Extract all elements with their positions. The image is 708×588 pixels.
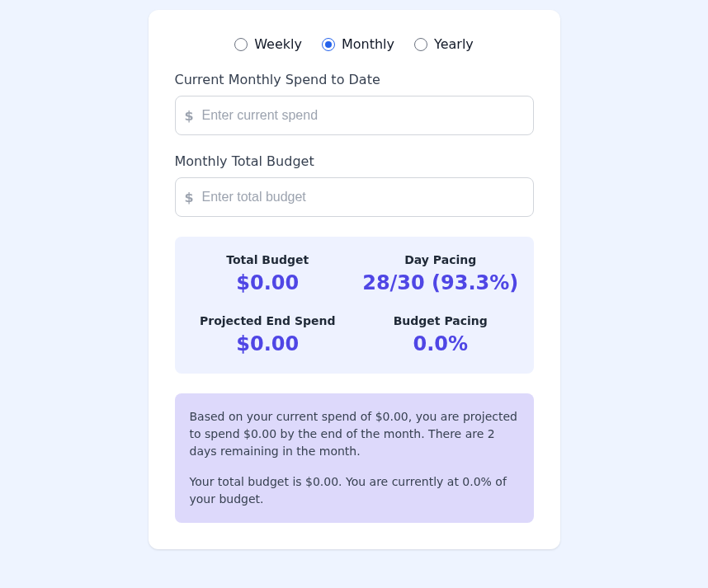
radio-weekly-label: Weekly [254,36,302,52]
period-radio-group: Weekly Monthly Yearly [175,36,534,52]
stat-label: Day Pacing [361,253,521,266]
radio-icon [414,38,427,51]
stats-panel: Total Budget $0.00 Day Pacing 28/30 (93.… [175,237,534,374]
radio-icon [322,38,335,51]
summary-panel: Based on your current spend of $0.00, yo… [175,393,534,523]
total-budget-field-group: Monthly Total Budget $ [175,153,534,217]
radio-weekly[interactable]: Weekly [234,36,302,52]
summary-line-2: Your total budget is $0.00. You are curr… [190,473,519,508]
total-budget-input[interactable] [175,177,534,217]
stat-day-pacing: Day Pacing 28/30 (93.3%) [361,253,521,294]
stat-label: Total Budget [188,253,348,266]
radio-yearly[interactable]: Yearly [414,36,474,52]
stat-value: $0.00 [188,332,348,355]
current-spend-label: Current Monthly Spend to Date [175,72,534,87]
radio-icon [234,38,248,51]
stat-value: $0.00 [188,271,348,294]
stat-budget-pacing: Budget Pacing 0.0% [361,314,521,355]
radio-yearly-label: Yearly [434,36,474,52]
stat-value: 0.0% [361,332,521,355]
radio-monthly-label: Monthly [342,36,394,52]
total-budget-label: Monthly Total Budget [175,153,534,169]
input-wrapper: $ [175,177,534,217]
input-wrapper: $ [175,96,534,135]
current-spend-input[interactable] [175,96,534,135]
stat-label: Budget Pacing [361,314,521,327]
stat-total-budget: Total Budget $0.00 [188,253,348,294]
current-spend-field-group: Current Monthly Spend to Date $ [175,72,534,135]
budget-card: Weekly Monthly Yearly Current Monthly Sp… [149,10,560,549]
radio-monthly[interactable]: Monthly [322,36,394,52]
stat-label: Projected End Spend [188,314,348,327]
stat-projected-end-spend: Projected End Spend $0.00 [188,314,348,355]
summary-line-1: Based on your current spend of $0.00, yo… [190,408,519,460]
stat-value: 28/30 (93.3%) [361,271,521,294]
